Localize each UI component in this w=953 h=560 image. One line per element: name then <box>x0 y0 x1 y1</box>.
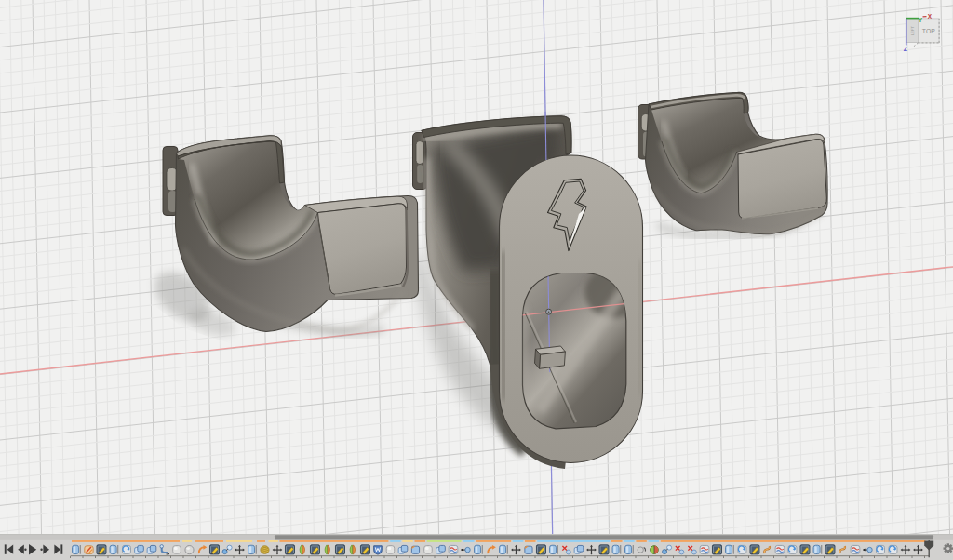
svg-text:TOP: TOP <box>922 28 935 34</box>
svg-text:X: X <box>928 13 933 20</box>
svg-text:LEFT: LEFT <box>910 25 915 35</box>
svg-text:Z: Z <box>904 46 908 52</box>
svg-text:Y: Y <box>919 17 923 23</box>
